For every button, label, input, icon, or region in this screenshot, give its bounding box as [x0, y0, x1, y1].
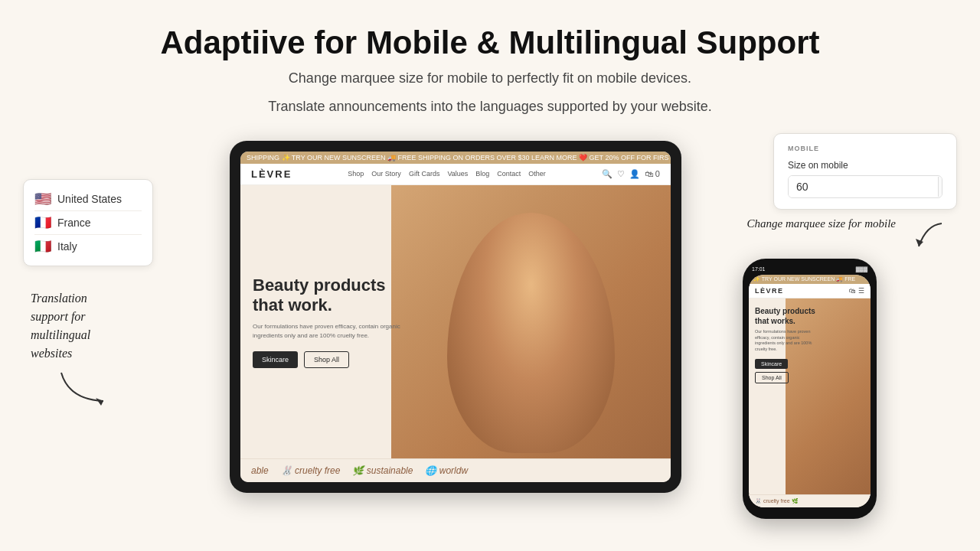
center-section: SHIPPING ✨ TRY OUR NEW SUNSCREEN 🚚 FREE … — [184, 133, 727, 493]
account-icon[interactable]: 👤 — [629, 169, 640, 179]
settings-card: MOBILE Size on mobile % ▲ ▼ — [773, 133, 957, 210]
phone-menu-icon[interactable]: ☰ — [858, 287, 864, 295]
hero-text-section: Beauty products that work. Our formulati… — [240, 185, 421, 458]
arrow-mobile-note — [911, 217, 949, 256]
subtitle-line2: Translate announcements into the languag… — [161, 96, 820, 118]
phone-hero-text: Beauty products that works. Our formulat… — [749, 298, 822, 391]
nav-other[interactable]: Other — [528, 170, 546, 178]
phone-marquee: ✨ TRY OUR NEW SUNSCREEN 🚚 FRE — [749, 275, 871, 284]
phone-nav: LÈVRE 🛍 ☰ — [749, 284, 871, 298]
nav-our-story[interactable]: Our Story — [371, 170, 401, 178]
phone-container: Change marquee size for mobile 17:01 ▓▓▓… — [743, 217, 949, 519]
main-content: 🇺🇸 United States 🇫🇷 France 🇮🇹 Italy Tran… — [0, 133, 980, 519]
hero-subtitle: Our formulations have proven efficacy, c… — [253, 322, 409, 341]
search-icon[interactable]: 🔍 — [602, 169, 612, 179]
settings-unit: % — [938, 177, 942, 197]
tablet-logo: LÈVRE — [251, 168, 292, 180]
flag-fr: 🇫🇷 — [34, 216, 51, 230]
language-item-us[interactable]: 🇺🇸 United States — [34, 187, 142, 211]
phone-shop-all-button[interactable]: Shop All — [755, 372, 789, 383]
wishlist-icon[interactable]: ♡ — [617, 169, 625, 179]
tablet-marquee-bar: SHIPPING ✨ TRY OUR NEW SUNSCREEN 🚚 FREE … — [240, 152, 671, 164]
left-section: 🇺🇸 United States 🇫🇷 France 🇮🇹 Italy Tran… — [23, 179, 168, 410]
svg-marker-0 — [96, 398, 103, 406]
language-label-it: Italy — [57, 240, 77, 253]
phone-hero-subtitle: Our formulations have proven efficacy, c… — [755, 329, 815, 353]
language-card: 🇺🇸 United States 🇫🇷 France 🇮🇹 Italy — [23, 179, 153, 266]
language-item-it[interactable]: 🇮🇹 Italy — [34, 235, 142, 258]
nav-contact[interactable]: Contact — [497, 170, 521, 178]
hero-image-section — [391, 185, 671, 458]
phone-mockup: 17:01 ▓▓▓ ✨ TRY OUR NEW SUNSCREEN 🚚 FRE … — [743, 259, 877, 519]
translation-note: Translationsupport formultilingualwebsit… — [31, 289, 90, 363]
tablet-nav-links: Shop Our Story Gift Cards Values Blog Co… — [348, 170, 545, 178]
phone-nav-icons: 🛍 ☰ — [849, 287, 864, 295]
phone-screen: ✨ TRY OUR NEW SUNSCREEN 🚚 FRE LÈVRE 🛍 ☰ — [749, 275, 871, 507]
phone-skincare-button[interactable]: Skincare — [755, 359, 788, 369]
phone-logo: LÈVRE — [755, 287, 784, 295]
flag-us: 🇺🇸 — [34, 192, 51, 206]
nav-values[interactable]: Values — [447, 170, 468, 178]
phone-time: 17:01 — [752, 266, 766, 272]
header: Adaptiive for Mobile & Multilingual Supp… — [161, 0, 820, 118]
shop-all-button[interactable]: Shop All — [304, 351, 349, 368]
arrow-translation — [54, 369, 115, 410]
tablet-nav: LÈVRE Shop Our Story Gift Cards Values B… — [240, 164, 671, 185]
tablet-mockup: SHIPPING ✨ TRY OUR NEW SUNSCREEN 🚚 FREE … — [230, 141, 681, 493]
nav-blog[interactable]: Blog — [475, 170, 489, 178]
person-silhouette — [447, 213, 615, 453]
phone-signal: ▓▓▓ — [856, 266, 867, 272]
skincare-button[interactable]: Skincare — [253, 351, 298, 368]
tablet-marquee-text: SHIPPING ✨ TRY OUR NEW SUNSCREEN 🚚 FREE … — [247, 154, 671, 161]
page-title: Adaptiive for Mobile & Multilingual Supp… — [161, 24, 820, 61]
language-label-us: United States — [57, 193, 122, 205]
right-section: MOBILE Size on mobile % ▲ ▼ Change marqu… — [743, 133, 957, 519]
tablet-tagline-bar: able 🐰 cruelty free 🌿 sustainable 🌐 worl… — [240, 458, 671, 482]
phone-bag-icon[interactable]: 🛍 — [849, 287, 856, 295]
tagline-global: 🌐 worldw — [425, 465, 468, 476]
nav-shop[interactable]: Shop — [348, 170, 364, 178]
tagline-sustainable: 🌿 sustainable — [352, 465, 413, 476]
phone-tagline: 🐰 cruelty free 🌿 — [749, 494, 871, 507]
subtitle-line1: Change marquee size for mobile to perfec… — [161, 67, 820, 90]
phone-hero: Beauty products that works. Our formulat… — [749, 298, 871, 494]
tagline-able: able — [251, 465, 269, 476]
tablet-hero: Beauty products that work. Our formulati… — [240, 185, 671, 458]
settings-section-title: MOBILE — [788, 145, 942, 152]
flag-it: 🇮🇹 — [34, 240, 51, 253]
tablet-nav-icons: 🔍 ♡ 👤 🛍 0 — [602, 169, 660, 179]
language-label-fr: France — [57, 217, 91, 229]
tagline-cruelty: 🐰 cruelty free — [281, 465, 341, 476]
mobile-note: Change marquee size for mobile — [743, 217, 896, 230]
settings-field-label: Size on mobile — [788, 160, 942, 171]
settings-input-row: % ▲ ▼ — [788, 175, 942, 198]
language-item-fr[interactable]: 🇫🇷 France — [34, 211, 142, 235]
nav-gift-cards[interactable]: Gift Cards — [409, 170, 440, 178]
hero-person-image — [391, 185, 671, 458]
bag-icon[interactable]: 🛍 0 — [645, 169, 660, 179]
page-container: Adaptiive for Mobile & Multilingual Supp… — [0, 0, 980, 551]
phone-notch-bar: 17:01 ▓▓▓ — [749, 266, 871, 275]
tablet-screen: SHIPPING ✨ TRY OUR NEW SUNSCREEN 🚚 FREE … — [240, 152, 671, 482]
hero-buttons: Skincare Shop All — [253, 351, 409, 368]
phone-hero-title: Beauty products that works. — [755, 306, 815, 326]
mobile-size-input[interactable] — [789, 176, 938, 197]
hero-title: Beauty products that work. — [253, 276, 409, 316]
